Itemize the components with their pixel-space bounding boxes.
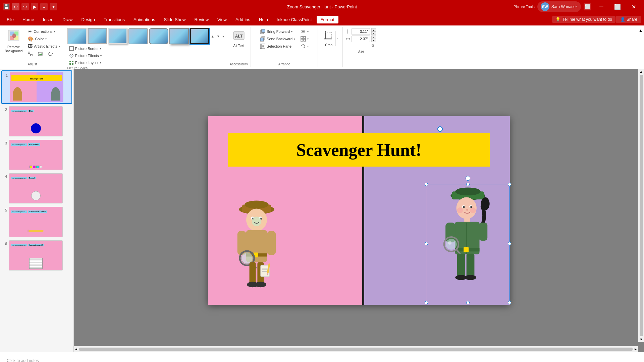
width-down[interactable]: ▼ — [371, 39, 376, 42]
height-up[interactable]: ▲ — [371, 28, 376, 32]
crop-dropdown-arrow[interactable]: ▾ — [336, 29, 338, 47]
minimize-button[interactable]: ─ — [594, 1, 609, 12]
height-input[interactable] — [352, 28, 370, 35]
menu-animations[interactable]: Animations — [129, 16, 159, 23]
selection-pane-button[interactable]: Selection Pane — [258, 43, 297, 50]
svg-rect-101 — [457, 254, 465, 277]
height-icon — [345, 29, 350, 34]
user-badge[interactable]: SW Sara Wanasek — [537, 1, 581, 12]
picture-effects-label: Picture Effects — [75, 54, 99, 58]
bring-forward-button[interactable]: Bring Forward ▾ — [258, 28, 297, 35]
slide-thumb-1: Scavenger Hunt! — [10, 72, 63, 102]
width-row: ▲ ▼ — [345, 36, 376, 42]
group-button[interactable]: ▾ — [299, 36, 311, 42]
send-backward-button[interactable]: Send Backward ▾ — [258, 36, 297, 42]
height-down[interactable]: ▼ — [371, 32, 376, 35]
menu-design[interactable]: Design — [77, 16, 99, 23]
crop-button[interactable]: Crop ▾ — [321, 28, 340, 49]
height-spinner[interactable]: ▲ ▼ — [371, 28, 376, 35]
reset-picture-button[interactable] — [46, 51, 55, 57]
save-icon[interactable]: 💾 — [3, 3, 10, 10]
picture-layout-button[interactable]: Picture Layout ▾ — [67, 60, 104, 66]
slide-item-3[interactable]: 3 Find something that is... Has 4 Sides! — [1, 139, 72, 171]
scroll-thumb[interactable] — [640, 75, 643, 336]
color-button[interactable]: 🎨 Color ▾ — [26, 36, 62, 42]
undo-icon[interactable]: ↩ — [12, 3, 19, 10]
menu-help[interactable]: Help — [255, 16, 272, 23]
slide-item-1[interactable]: 1 Scavenger Hunt! — [1, 70, 72, 104]
style-scroll-down[interactable]: ▼ — [216, 34, 221, 39]
title-rotate-handle[interactable] — [437, 126, 443, 132]
picture-border-label: Picture Border — [75, 47, 99, 51]
slide-item-2[interactable]: 2 Find something that is... Blue! — [1, 105, 72, 137]
menu-file[interactable]: File — [3, 16, 18, 23]
detective-left[interactable] — [228, 197, 285, 301]
align-button[interactable]: ▾ — [299, 28, 311, 35]
rotate-button[interactable]: ▾ — [299, 43, 311, 50]
redo-icon[interactable]: ↪ — [21, 3, 29, 10]
scroll-left[interactable]: ◄ — [74, 347, 78, 352]
compress-pictures-button[interactable] — [26, 51, 35, 57]
menu-slideshow[interactable]: Slide Show — [160, 16, 190, 23]
ribbon-group-arrange: Bring Forward ▾ Send Backward ▾ Selectio… — [251, 27, 318, 67]
share-button[interactable]: 👤 Share — [616, 16, 641, 23]
pic-style-1[interactable] — [67, 28, 87, 44]
artistic-effects-button[interactable]: 🖼 Artistic Effects ▾ — [26, 43, 62, 50]
slide-thumb-2: Find something that is... Blue! — [9, 106, 63, 136]
scroll-up[interactable]: ▲ — [639, 69, 644, 74]
pic-style-6[interactable] — [169, 28, 189, 44]
pic-style-3[interactable] — [108, 28, 127, 44]
size-dialog-launcher[interactable]: ⧉ — [370, 43, 376, 48]
width-up[interactable]: ▲ — [371, 36, 376, 39]
scroll-thumb-h[interactable] — [79, 348, 633, 351]
menu-home[interactable]: Home — [18, 16, 38, 23]
menu-addins[interactable]: Add-ins — [231, 16, 254, 23]
picture-effects-button[interactable]: Picture Effects ▾ — [67, 53, 104, 59]
style-scroll-up[interactable]: ▲ — [210, 34, 215, 39]
ribbon-display-icon[interactable]: ⬜ — [584, 3, 591, 10]
slide-item-4[interactable]: 4 Find something that is... Round! — [1, 172, 72, 204]
title-banner[interactable]: Scavenger Hunt! — [228, 133, 490, 167]
alt-text-button[interactable]: ALT Alt Text — [231, 28, 247, 49]
scrollbar-vertical[interactable]: ▲ ▼ — [638, 69, 644, 342]
scroll-down[interactable]: ▼ — [639, 337, 644, 342]
search-box[interactable]: 💡 Tell me what you want to do — [552, 16, 615, 23]
change-picture-button[interactable] — [36, 51, 45, 57]
more-tools-icon[interactable]: ≡ — [40, 3, 48, 10]
width-input[interactable] — [352, 36, 370, 42]
canvas-area[interactable]: ▲ ▼ ◄ ► Scavenger Hunt! — [74, 69, 644, 352]
scroll-right[interactable]: ► — [633, 347, 638, 352]
pic-style-4[interactable] — [128, 28, 148, 44]
slide-item-5[interactable]: 5 Find something that is... LONGER than … — [1, 206, 72, 238]
width-spinner[interactable]: ▲ ▼ — [371, 36, 376, 42]
notes-area[interactable]: Click to add notes — [0, 352, 644, 362]
pic-style-7-selected[interactable] — [190, 28, 209, 44]
artistic-icon: 🖼 — [28, 44, 33, 49]
pic-style-2[interactable] — [88, 28, 107, 44]
present-icon[interactable]: ▶ — [31, 3, 38, 10]
picture-border-button[interactable]: Picture Border ▾ — [67, 46, 104, 52]
close-button[interactable]: ✕ — [626, 1, 641, 12]
menu-inknoe[interactable]: Inknoe ClassPoint — [273, 16, 316, 23]
customize-icon[interactable]: ▾ — [50, 3, 57, 10]
svg-point-89 — [466, 209, 468, 210]
corrections-button[interactable]: ☀ Corrections ▾ — [26, 28, 62, 35]
ribbon-collapse[interactable]: ▲ — [637, 27, 644, 67]
alt-text-icon: ALT — [233, 29, 245, 43]
menu-draw[interactable]: Draw — [58, 16, 76, 23]
maximize-button[interactable]: ⬜ — [610, 1, 625, 12]
menu-bar: File Home Insert Draw Design Transitions… — [0, 13, 644, 25]
menu-transitions[interactable]: Transitions — [100, 16, 129, 23]
menu-review[interactable]: Review — [190, 16, 213, 23]
menu-view[interactable]: View — [213, 16, 231, 23]
pic-style-5[interactable] — [149, 28, 168, 44]
selection-pane-label: Selection Pane — [267, 44, 291, 48]
menu-insert[interactable]: Insert — [39, 16, 58, 23]
slide-item-6[interactable]: 6 Find something that is... Has numbers … — [1, 239, 72, 272]
scrollbar-horizontal[interactable]: ◄ ► — [74, 346, 638, 352]
style-scroll-more[interactable]: ▾ — [222, 34, 225, 39]
menu-format[interactable]: Format — [317, 16, 338, 23]
ribbon-group-crop: Crop ▾ — [318, 27, 343, 67]
remove-background-button[interactable]: RemoveBackground — [3, 28, 24, 55]
svg-rect-33 — [301, 39, 303, 41]
